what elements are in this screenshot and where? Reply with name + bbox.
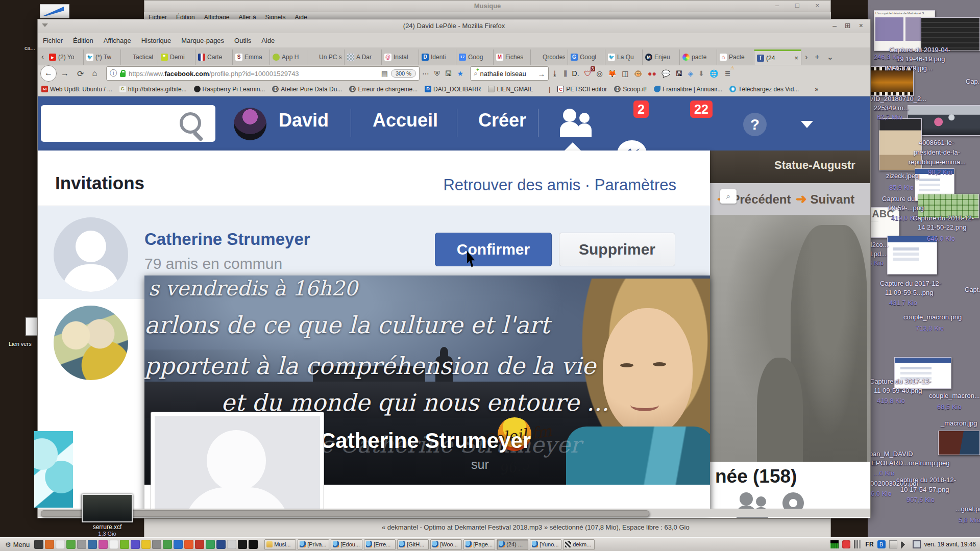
download2-icon[interactable]: ⬇ [698,69,704,78]
bookmark-item[interactable]: Scoop.it! [614,86,647,93]
filezilla-icon[interactable] [195,540,204,549]
bookmark-item[interactable]: Téléchargez des Vid... [729,86,799,93]
page-actions-icon[interactable]: ⋯ [422,69,429,78]
next-link[interactable]: ➜ Suivant [796,191,854,207]
desktop-thumbnail-abc[interactable]: ABC________ [867,207,899,238]
desktop-file-label[interactable]: _macron.jpg [941,419,977,427]
desktop-file-label[interactable]: republique-emma... [909,158,966,166]
blue-app-icon[interactable] [88,540,97,549]
taskbar-window-button[interactable]: [Page... [463,539,495,550]
clock-icon[interactable] [227,540,236,549]
desktop-file-label[interactable]: president-de-la- [914,148,960,156]
browser-tab[interactable]: Derni [158,49,195,65]
bluetooth-icon[interactable]: B [877,540,886,548]
horizontal-scrollbar[interactable] [38,509,870,517]
desktop-file-label[interactable]: iban_M_DAVID [868,450,913,458]
browser-tab[interactable]: Carte [195,49,233,65]
musique-titlebar[interactable]: Musique – □ × [144,0,831,12]
browser-tab[interactable]: Tactical te [121,49,158,65]
blue2-icon[interactable] [216,540,226,549]
profile-avatar[interactable] [234,108,266,140]
home-button[interactable]: ⌂ [92,69,97,78]
bookmark-item[interactable]: DAD_DOLIBARR [425,86,481,93]
desktop-file-label[interactable]: Capture du 2017-12- [880,280,941,287]
profile-picture-placeholder[interactable] [151,412,324,514]
pointer-icon[interactable] [249,540,258,549]
url-bar[interactable]: ⓘ https://www.facebook.com/profile.php?i… [106,66,420,81]
statue-photo[interactable] [710,215,870,462]
browser-tab[interactable]: Qrcodes_r [531,49,568,65]
spheres-icon[interactable]: ●● [648,69,656,78]
musique-menu-item[interactable]: Signets [265,14,286,19]
bookmark-item[interactable]: Atelier Pure Data Du... [272,86,342,93]
desktop-file-label[interactable]: 10 17-54-57.png [900,486,949,493]
desktop-file-label[interactable]: LEPOLARD...on-trump.jpeg [868,459,949,467]
desktop-file-label[interactable]: 11 09-59-5...png [885,289,933,296]
musique-menu-item[interactable]: Fichier [149,14,167,19]
musique-menu-item[interactable]: Affichage [204,14,230,19]
requester-name[interactable]: Catherine Strumeyer [144,230,310,249]
green-app-icon[interactable] [120,540,129,549]
sphere-icon[interactable] [77,540,86,549]
taskbar-window-button[interactable]: [Edou... [331,539,362,550]
save-page-icon[interactable]: 🖫 [445,69,452,78]
bookmark-item[interactable]: http://bitrates.gifbite... [119,86,187,93]
confirm-button[interactable]: Confirmer [435,233,552,266]
musique-menu-item[interactable]: Édition [176,14,195,19]
hamburger-menu-icon[interactable]: ≡⚠ [725,68,730,79]
close-button[interactable]: × [859,21,863,30]
bookmark-item[interactable]: LIEN_GMAIL [488,86,533,93]
desktop-file-label[interactable]: capture du 2018-12- [896,476,956,484]
maximize-button[interactable]: ⊞ [845,21,851,30]
search-engine-icon[interactable]: ⌕ [474,69,477,78]
browser-tab[interactable]: Pacte [717,49,754,65]
browser-tab[interactable]: La Qu [605,49,643,65]
hovercard-name[interactable]: Catherine Strumeyer [320,429,531,453]
clock[interactable]: ven. 19 avril, 19:46 [924,541,978,548]
download-icon[interactable] [206,540,215,549]
eye-icon[interactable] [56,540,65,549]
desktop-file-label[interactable]: couple_macron... [929,392,980,399]
save-disk-icon[interactable]: 🖫 [675,69,682,78]
browser-icon[interactable] [45,540,54,549]
desktop-file-label[interactable]: 19 19-46-19.png [896,55,945,63]
requester-avatar[interactable] [54,217,128,292]
keyboard-layout[interactable]: FR [866,541,874,548]
chat-bubble-icon[interactable]: 💬 [662,69,670,78]
menu-item[interactable]: Historique [141,37,172,44]
bookmark-item[interactable]: Erreur de chargeme... [349,86,418,93]
firefox-window-controls[interactable]: –⊞× [824,21,863,30]
reader-mode-icon[interactable]: ▤ [381,69,388,78]
search-input[interactable]: ⌕ nathalie loiseau → [470,66,549,81]
bookmark-star-icon[interactable]: ★ [457,69,464,78]
desktop-file-label[interactable]: 4008661-le- [919,139,954,146]
browser-tab[interactable]: App H [270,49,307,65]
bookmark-item[interactable]: » [806,86,818,93]
account-caret-icon[interactable] [801,121,813,128]
tab-scroll-right[interactable]: › [801,53,811,65]
desktop-file-label[interactable]: Cap... [966,78,980,85]
browser-tab[interactable]: Emma [233,49,270,65]
search-go-icon[interactable]: → [537,69,545,78]
mail-icon[interactable] [889,540,897,548]
tab-list-dropdown[interactable]: ⌄ [823,52,837,65]
sublime-icon[interactable] [174,540,183,549]
network-signal-icon[interactable] [854,540,862,548]
forward-button[interactable]: → [61,69,69,78]
taskbar-window-button[interactable]: [Yuno... [530,539,561,550]
bookmark-item[interactable]: PETSCII editor [557,86,607,93]
ublock-shield-icon[interactable]: 🛡3 [584,69,592,78]
zoom-level-button[interactable]: 300 % [391,69,416,78]
menu-item[interactable]: Affichage [104,37,131,44]
friend-requests-icon[interactable] [560,108,594,138]
menu-item[interactable]: Outils [234,37,251,44]
diamond-icon[interactable]: ◈ [688,69,693,78]
browser-tab[interactable]: Fiches [494,49,531,65]
taskbar-menu-button[interactable]: ⚙ Menu [2,540,33,549]
menu-item[interactable]: Marque-pages [181,37,224,44]
delete-button[interactable]: Supprimer [559,233,675,266]
invitations-links[interactable]: Retrouver des amis · Paramètres [443,176,676,194]
browser-tab[interactable]: Googl [568,49,605,65]
browser-tab[interactable]: (24× [754,49,801,65]
tab-close-icon[interactable]: × [794,54,798,62]
